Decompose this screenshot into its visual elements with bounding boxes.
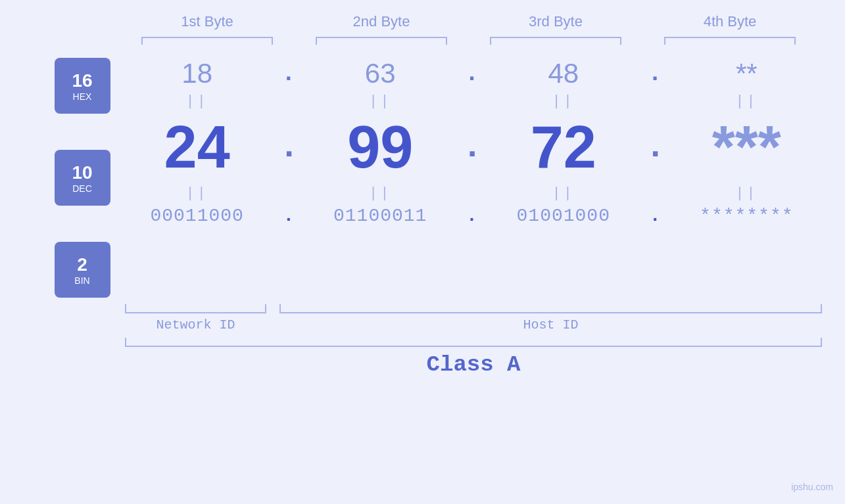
bin-badge: 2 BIN <box>55 242 110 298</box>
host-bracket <box>279 304 822 313</box>
dec-badge-label: DEC <box>72 183 92 194</box>
dec-badge: 10 DEC <box>55 150 110 206</box>
hex-b1: 18 <box>132 58 263 89</box>
hex-badge-num: 16 <box>72 70 92 91</box>
eq2-b1: || <box>132 185 263 202</box>
byte1-header: 1st Byte <box>141 13 273 30</box>
dec-b1: 24 <box>132 114 263 181</box>
dec-dot3: . <box>645 128 665 167</box>
bin-b2: 01100011 <box>314 206 446 226</box>
hex-row: 18 . 63 . 48 . ** <box>124 58 821 89</box>
hex-badge-label: HEX <box>73 91 92 102</box>
bracket-byte4 <box>664 37 796 45</box>
class-section: Class A <box>125 338 822 377</box>
eq1-b3: || <box>498 93 629 110</box>
byte4-header: 4th Byte <box>664 13 796 30</box>
hex-dot1: . <box>279 60 299 87</box>
hex-dot3: . <box>645 60 665 87</box>
watermark: ipshu.com <box>791 482 833 492</box>
main-container: 1st Byte 2nd Byte 3rd Byte 4th Byte 16 H… <box>0 0 845 504</box>
byte2-header: 2nd Byte <box>316 13 447 30</box>
bracket-byte3 <box>490 37 621 45</box>
bin-dot3: . <box>645 206 665 226</box>
dec-b3: 72 <box>498 114 629 181</box>
bin-b3: 01001000 <box>498 206 629 226</box>
eq1-b4: || <box>681 93 812 110</box>
bin-dot1: . <box>279 206 299 226</box>
network-id-label: Network ID <box>125 317 266 332</box>
top-brackets <box>120 37 817 45</box>
eq1-b1: || <box>132 93 263 110</box>
dec-dot2: . <box>462 128 481 167</box>
hex-b2: 63 <box>314 58 446 89</box>
bin-badge-num: 2 <box>77 254 87 275</box>
dec-row: 24 . 99 . 72 . *** <box>124 114 821 181</box>
hex-badge: 16 HEX <box>55 58 110 114</box>
bracket-container <box>125 304 822 313</box>
dec-dot1: . <box>279 128 299 167</box>
byte3-header: 3rd Byte <box>490 13 621 30</box>
dec-b4: *** <box>681 114 812 181</box>
eq2-b2: || <box>314 185 446 202</box>
id-labels: Network ID Host ID <box>125 317 822 332</box>
bin-row: 00011000 . 01100011 . 01001000 . *******… <box>124 206 821 226</box>
class-bracket <box>125 338 822 347</box>
bracket-byte1 <box>141 37 273 45</box>
label-spacer <box>266 317 279 332</box>
dec-b2: 99 <box>314 114 446 181</box>
equals-row-2: || || || || <box>124 185 821 202</box>
badges-column: 16 HEX 10 DEC 2 BIN <box>55 58 110 298</box>
data-rows: 18 . 63 . 48 . ** || || <box>124 58 821 226</box>
bottom-bracket-section: Network ID Host ID <box>125 304 822 332</box>
eq2-b3: || <box>498 185 629 202</box>
hex-b4: ** <box>681 58 812 89</box>
network-bracket <box>125 304 266 313</box>
eq2-b4: || <box>681 185 812 202</box>
host-id-label: Host ID <box>279 317 822 332</box>
bin-dot2: . <box>462 206 481 226</box>
dec-badge-num: 10 <box>72 162 92 183</box>
hex-dot2: . <box>462 60 481 87</box>
bin-b4: ******** <box>681 206 812 226</box>
hex-b3: 48 <box>498 58 629 89</box>
bin-b1: 00011000 <box>132 206 263 226</box>
equals-row-1: || || || || <box>124 93 821 110</box>
bracket-byte2 <box>316 37 447 45</box>
eq1-b2: || <box>314 93 446 110</box>
bin-badge-label: BIN <box>74 275 89 286</box>
byte-headers: 1st Byte 2nd Byte 3rd Byte 4th Byte <box>120 13 817 30</box>
class-label: Class A <box>125 352 822 377</box>
